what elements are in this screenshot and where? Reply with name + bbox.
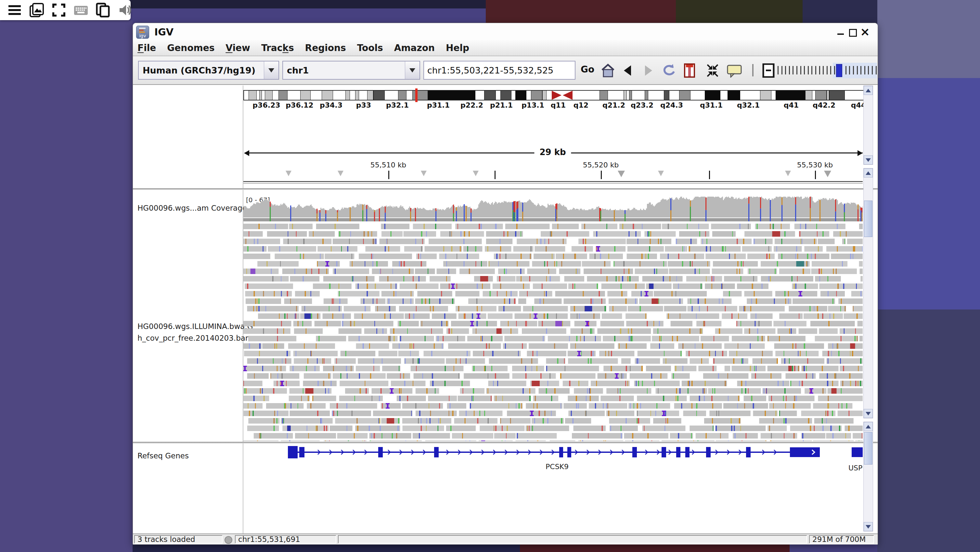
- zoom-slider-tick: [845, 66, 846, 75]
- forward-icon[interactable]: [643, 64, 654, 78]
- status-indicator-icon: [224, 536, 232, 544]
- minimize-button[interactable]: [837, 28, 845, 36]
- menu-item-tools[interactable]: Tools: [357, 43, 383, 53]
- scrollbar-thumb-1[interactable]: [864, 201, 872, 237]
- clipboard-icon[interactable]: [95, 3, 110, 18]
- title-bar[interactable]: igv IGV ×: [133, 23, 878, 40]
- cytoband-label-q41: q41: [784, 101, 799, 109]
- cytoband-label-p13.1: p13.1: [522, 101, 544, 109]
- panel-splitter-2[interactable]: [133, 442, 878, 444]
- maximize-button[interactable]: [848, 28, 857, 36]
- zoom-slider-thumb[interactable]: [836, 64, 842, 77]
- desktop: igv IGV × FileGenomesViewTracksRegionsTo…: [0, 0, 980, 552]
- menu-item-tracks[interactable]: Tracks: [261, 43, 294, 53]
- ruler-tick-label: 55,510 kb: [371, 161, 406, 169]
- menu-item-file[interactable]: File: [137, 43, 156, 53]
- menu-item-view[interactable]: View: [226, 43, 250, 53]
- zoom-slider-tick: [781, 66, 783, 75]
- cytoband-label-p32.1: p32.1: [386, 101, 409, 109]
- go-button[interactable]: Go: [581, 64, 594, 75]
- roi-marker-icon[interactable]: [618, 171, 625, 177]
- close-button[interactable]: ×: [860, 28, 869, 36]
- status-memory: 291M of 700M: [809, 535, 874, 544]
- toolbar-separator: [752, 64, 754, 77]
- cytoband-label-p31.1: p31.1: [427, 101, 450, 109]
- roi-marker-icon[interactable]: [421, 171, 426, 176]
- zoom-slider-tick: [834, 66, 835, 75]
- coverage-track-label[interactable]: HG00096.wgs...am Coverage: [137, 204, 247, 212]
- coverage-track-canvas[interactable]: [243, 195, 863, 222]
- menu-item-amazon[interactable]: Amazon: [394, 43, 435, 53]
- genome-select-arrow[interactable]: [264, 61, 278, 79]
- zoom-slider-tick: [823, 66, 824, 75]
- menu-item-help[interactable]: Help: [446, 43, 469, 53]
- ruler-tick: [709, 171, 710, 179]
- gene-label-pcsk9[interactable]: PCSK9: [546, 463, 569, 471]
- chromosome-select-arrow[interactable]: [405, 61, 420, 79]
- desktop-background-patch: [877, 0, 980, 78]
- fullscreen-icon[interactable]: [51, 3, 66, 18]
- region-tool-icon[interactable]: [684, 64, 695, 78]
- alignment-reads-canvas[interactable]: [243, 223, 863, 441]
- scrollbar-up-button-2[interactable]: [864, 422, 873, 431]
- fit-to-window-icon[interactable]: [706, 64, 719, 78]
- roi-marker-icon[interactable]: [824, 171, 831, 177]
- zoom-slider-tick: [792, 66, 794, 75]
- roi-marker-icon[interactable]: [473, 171, 479, 176]
- zoom-slider-tick: [876, 66, 877, 75]
- menu-icon[interactable]: [7, 3, 22, 18]
- alignment-track-label-line1[interactable]: HG00096.wgs.ILLUMINA.bwa.G: [137, 322, 253, 330]
- refseq-track-label[interactable]: Refseq Genes: [137, 451, 189, 460]
- ruler-bottom-line: [243, 181, 863, 182]
- locus-input[interactable]: [423, 61, 576, 80]
- scrollbar-up-button-0[interactable]: [864, 86, 873, 95]
- tooltip-toggle-icon[interactable]: [726, 64, 743, 78]
- scrollbar-down-button-2[interactable]: [864, 522, 873, 531]
- zoom-out-icon[interactable]: [762, 64, 776, 78]
- roi-marker-icon[interactable]: [785, 171, 791, 176]
- zoom-slider-tick: [778, 66, 778, 75]
- gene-label-usp2[interactable]: USP2: [848, 464, 863, 472]
- centromere-right-icon: [563, 91, 573, 100]
- scrollbar-thumb-2[interactable]: [864, 432, 872, 464]
- genome-select[interactable]: Human (GRCh37/hg19): [138, 61, 279, 80]
- home-icon[interactable]: [600, 64, 616, 78]
- ruler-left-arrowhead: [244, 150, 249, 156]
- roi-marker-icon[interactable]: [658, 171, 664, 176]
- cytoband-strip: [244, 91, 552, 100]
- desktop-background-patch: [132, 544, 520, 552]
- menu-item-genomes[interactable]: Genomes: [167, 43, 215, 53]
- alignment-track-label-line2[interactable]: h_cov_pcr_free.20140203.bam: [137, 334, 253, 342]
- zoom-slider-tick: [819, 66, 820, 75]
- menu-bar: FileGenomesViewTracksRegionsToolsAmazonH…: [133, 40, 878, 56]
- keyboard-icon[interactable]: [73, 3, 88, 18]
- desktop-background-patch: [877, 310, 980, 552]
- zoom-slider-tick: [857, 66, 858, 75]
- scrollbar-track-0[interactable]: [863, 86, 873, 165]
- scrollbar-down-button-0[interactable]: [864, 155, 873, 164]
- ruler-tick: [495, 171, 496, 179]
- back-icon[interactable]: [622, 64, 633, 78]
- scrollbar-up-button-1[interactable]: [864, 168, 873, 177]
- chromosome-ideogram[interactable]: [243, 90, 864, 101]
- ruler-tick: [601, 171, 602, 179]
- scrollbar-down-button-1[interactable]: [864, 409, 873, 418]
- zoom-slider-tick: [811, 66, 812, 75]
- cytoband-label-p36.23: p36.23: [253, 101, 280, 109]
- display-icon[interactable]: [29, 3, 44, 18]
- panel-splitter-1[interactable]: [133, 188, 878, 190]
- chromosome-select[interactable]: chr1: [282, 61, 420, 80]
- cytoband-label-q21.2: q21.2: [603, 101, 625, 109]
- audio-icon[interactable]: [118, 3, 132, 18]
- cytoband-label-p33: p33: [356, 101, 371, 109]
- menu-item-regions[interactable]: Regions: [305, 43, 346, 53]
- centromere-left-icon: [552, 91, 562, 100]
- roi-marker-icon[interactable]: [286, 171, 291, 176]
- zoom-slider-tick: [864, 66, 865, 75]
- ruler-tick-label: 55,530 kb: [797, 161, 833, 169]
- ruler-tick: [388, 171, 389, 179]
- ruler-tick-label: 55,520 kb: [583, 161, 619, 169]
- roi-marker-icon[interactable]: [337, 171, 344, 176]
- refresh-icon[interactable]: [660, 64, 678, 78]
- scroll-up-icon: [865, 89, 871, 93]
